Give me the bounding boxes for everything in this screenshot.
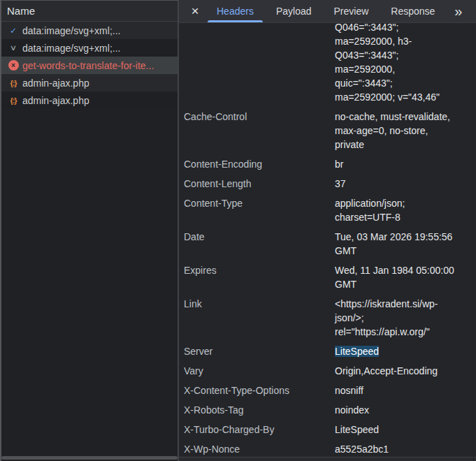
header-row: Link <https://iskradent.si/wp- json/>; r… [184, 294, 476, 342]
header-row: Date Tue, 03 Mar 2026 19:55:56 GMT [184, 227, 476, 261]
header-row: Content-Encoding br [184, 154, 476, 174]
header-value: a5525a2bc1 [335, 442, 475, 456]
header-value: Origin,Accept-Encoding [335, 364, 475, 378]
tab-label: Headers [217, 6, 254, 17]
header-name: X-Wp-Nonce [184, 442, 335, 456]
request-status-icon: {:} [4, 79, 22, 87]
header-name: Content-Length [184, 177, 335, 191]
header-row: Expires Wed, 11 Jan 1984 05:00:00 GMT [184, 261, 476, 294]
request-list-panel: Name ✓ data:image/svg+xml;... ∨ data:ima… [0, 0, 179, 461]
tab-payload[interactable]: Payload [265, 0, 323, 22]
request-status-icon: {:} [4, 96, 22, 105]
devtools-network-panel: Name ✓ data:image/svg+xml;... ∨ data:ima… [0, 0, 476, 461]
header-name: X-Robots-Tag [184, 403, 335, 417]
request-name: admin-ajax.php [22, 78, 89, 89]
detail-tab-bar: × Headers Payload Preview Response » [179, 0, 476, 23]
request-row[interactable]: ✓ data:image/svg+xml;... [0, 22, 178, 39]
close-icon[interactable]: × [185, 0, 205, 22]
request-name: admin-ajax.php [22, 95, 89, 106]
error-icon: × [8, 60, 19, 71]
chevron-down-icon: ∨ [10, 43, 17, 52]
header-row: X-Wp-Nonce a5525a2bc1 [184, 439, 476, 458]
tab-label: Preview [334, 6, 369, 17]
request-row[interactable]: {:} admin-ajax.php [0, 92, 178, 109]
header-row: Q046=":3443"; ma=2592000, h3- Q043=":344… [184, 23, 476, 107]
tabs: Headers Payload Preview Response [205, 0, 446, 22]
request-detail-panel: × Headers Payload Preview Response » Q04… [179, 0, 476, 461]
header-value: Q046=":3443"; ma=2592000, h3- Q043=":344… [335, 23, 475, 104]
json-icon: {:} [10, 79, 16, 87]
request-name: get-words-to-translate-for-ite... [22, 60, 154, 71]
active-tab-underline [208, 20, 263, 22]
header-name: Vary [184, 364, 335, 378]
header-value: br [335, 157, 475, 171]
header-value: nosniff [335, 383, 475, 397]
check-icon: ✓ [10, 26, 17, 36]
tab-response[interactable]: Response [380, 0, 446, 22]
request-list: ✓ data:image/svg+xml;... ∨ data:image/sv… [0, 22, 178, 109]
header-row: Content-Length 37 [184, 174, 476, 193]
header-value: LiteSpeed [335, 344, 475, 358]
header-row: Content-Type application/json; charset=U… [184, 193, 476, 227]
header-row: X-Content-Type-Options nosniff [184, 381, 476, 400]
header-name: Cache-Control [184, 110, 335, 152]
request-row[interactable]: × get-words-to-translate-for-ite... [0, 57, 178, 74]
scrollbar-gutter [473, 23, 474, 461]
header-value: <https://iskradent.si/wp- json/>; rel="h… [335, 297, 475, 339]
panel-left-edge [0, 1, 1, 461]
header-value: no-cache, must-revalidate, max-age=0, no… [335, 110, 475, 152]
name-column-label: Name [7, 5, 35, 17]
header-value: application/json; charset=UTF-8 [335, 196, 475, 224]
selected-text: LiteSpeed [335, 346, 379, 357]
more-tabs-icon[interactable]: » [447, 0, 469, 22]
panel-footer [179, 458, 476, 461]
header-name: Server [184, 344, 335, 358]
header-name [184, 23, 335, 104]
request-row[interactable]: {:} admin-ajax.php [0, 74, 178, 92]
request-name: data:image/svg+xml;... [22, 25, 120, 36]
header-row: Cache-Control no-cache, must-revalidate,… [184, 107, 476, 154]
header-name: Content-Encoding [184, 157, 335, 171]
header-name: X-Content-Type-Options [184, 383, 335, 397]
tab-label: Payload [276, 6, 312, 17]
header-name: Expires [184, 263, 335, 291]
header-name: X-Turbo-Charged-By [184, 423, 335, 437]
header-row: X-Turbo-Charged-By LiteSpeed [184, 420, 476, 439]
header-value: 37 [335, 177, 475, 191]
request-status-icon: × [4, 60, 22, 71]
request-status-icon: ✓ [4, 26, 22, 36]
horizontal-scrollbar[interactable] [1, 456, 178, 460]
header-value: noindex [335, 403, 475, 417]
request-status-icon: ∨ [4, 43, 22, 52]
tab-headers[interactable]: Headers [205, 0, 265, 22]
name-column-header[interactable]: Name [0, 1, 178, 22]
header-value: Wed, 11 Jan 1984 05:00:00 GMT [335, 263, 475, 291]
header-row: X-Robots-Tag noindex [184, 400, 476, 420]
header-row: Server LiteSpeed [184, 342, 476, 361]
tab-label: Response [391, 6, 435, 17]
tab-preview[interactable]: Preview [323, 0, 380, 22]
json-icon: {:} [10, 96, 16, 105]
request-name: data:image/svg+xml;... [22, 43, 120, 54]
header-value: LiteSpeed [335, 423, 475, 437]
header-name: Date [184, 230, 335, 258]
headers-list: Q046=":3443"; ma=2592000, h3- Q043=":344… [179, 23, 476, 458]
header-name: Link [184, 297, 335, 339]
header-value: Tue, 03 Mar 2026 19:55:56 GMT [335, 230, 475, 258]
header-row: Vary Origin,Accept-Encoding [184, 361, 476, 381]
header-name: Content-Type [184, 196, 335, 224]
request-row[interactable]: ∨ data:image/svg+xml;... [0, 39, 178, 57]
